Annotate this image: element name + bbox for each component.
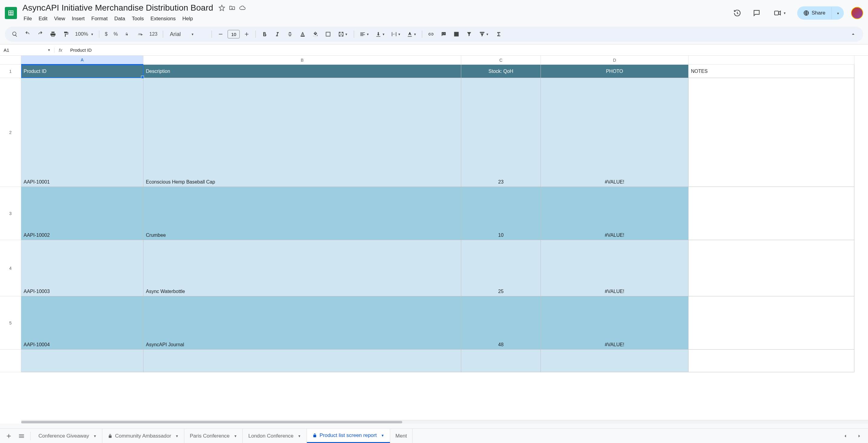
add-sheet-button[interactable] <box>2 430 15 442</box>
merge-cells-button[interactable]: ▼ <box>335 28 351 40</box>
sheet-tab-london-conference[interactable]: London Conference ▼ <box>243 429 307 443</box>
zoom-select[interactable]: 100% ▼ <box>73 28 96 40</box>
sheet-tab-paris-conference[interactable]: Paris Conference ▼ <box>184 429 243 443</box>
formula-input[interactable]: Product ID <box>67 47 868 53</box>
row-header-1[interactable]: 1 <box>0 65 21 78</box>
menu-data[interactable]: Data <box>112 14 128 24</box>
cell-e5[interactable] <box>688 296 855 349</box>
sheet-tab-community-ambassador[interactable]: Community Ambassador ▼ <box>102 429 184 443</box>
row-header-5[interactable]: 5 <box>0 296 21 349</box>
font-size-input[interactable] <box>227 30 240 38</box>
insert-link-button[interactable] <box>425 28 437 40</box>
format-currency-button[interactable]: $ <box>102 28 110 40</box>
cell-a6[interactable] <box>21 349 144 372</box>
sheet-tab-conference-giveaway[interactable]: Conference Giveaway ▼ <box>33 429 102 443</box>
scroll-tabs-left-button[interactable] <box>839 430 851 442</box>
cell-b5[interactable]: AsyncAPI Journal <box>144 296 461 349</box>
cell-d3[interactable]: #VALUE! <box>541 187 688 240</box>
column-header-d[interactable]: D <box>541 56 688 65</box>
cell-c1[interactable]: Stock: QoH <box>461 65 541 78</box>
filter-button[interactable] <box>463 28 475 40</box>
comments-icon[interactable] <box>751 7 763 19</box>
cell-c2[interactable]: 23 <box>461 78 541 187</box>
history-icon[interactable] <box>731 7 743 19</box>
cell-a3[interactable]: AAPI-10002 <box>21 187 144 240</box>
bold-button[interactable] <box>259 28 270 40</box>
print-button[interactable] <box>47 28 59 40</box>
search-menus-button[interactable] <box>9 28 21 40</box>
italic-button[interactable] <box>272 28 283 40</box>
cell-b6[interactable] <box>144 349 461 372</box>
text-color-button[interactable] <box>297 28 308 40</box>
functions-button[interactable] <box>493 28 504 40</box>
cell-b3[interactable]: Crumbee <box>144 187 461 240</box>
cell-b1[interactable]: Description <box>144 65 461 78</box>
menu-help[interactable]: Help <box>179 14 196 24</box>
sheets-logo[interactable] <box>5 7 17 19</box>
scroll-tabs-right-button[interactable] <box>853 430 866 442</box>
cell-c3[interactable]: 10 <box>461 187 541 240</box>
horizontal-align-button[interactable]: ▼ <box>357 28 372 40</box>
collapse-toolbar-button[interactable] <box>847 28 859 40</box>
row-header-2[interactable]: 2 <box>0 78 21 187</box>
menu-view[interactable]: View <box>51 14 68 24</box>
cell-e4[interactable] <box>688 240 855 296</box>
paint-format-button[interactable] <box>60 28 71 40</box>
undo-button[interactable] <box>22 28 33 40</box>
spreadsheet-grid[interactable]: A B C D 1 Product ID Description Stock: … <box>0 56 868 372</box>
name-box[interactable]: A1 ▼ <box>0 47 55 53</box>
text-wrap-button[interactable]: ▼ <box>389 28 403 40</box>
cloud-saved-icon[interactable] <box>239 4 246 11</box>
select-all-corner[interactable] <box>0 56 21 65</box>
cell-c4[interactable]: 25 <box>461 240 541 296</box>
cell-d5[interactable]: #VALUE! <box>541 296 688 349</box>
column-header-c[interactable]: C <box>461 56 541 65</box>
sheet-tab-product-list-screen-report[interactable]: Product list screen report ▼ <box>307 429 390 443</box>
format-percent-button[interactable]: % <box>111 28 120 40</box>
meet-button[interactable]: ▼ <box>770 7 790 19</box>
strikethrough-button[interactable] <box>284 28 296 40</box>
cell-b4[interactable]: Async Waterbottle <box>144 240 461 296</box>
account-avatar[interactable] <box>851 7 863 19</box>
star-icon[interactable] <box>218 4 225 11</box>
decrease-decimal-button[interactable]: .0 <box>122 28 133 40</box>
cell-d1[interactable]: PHOTO <box>541 65 688 78</box>
share-dropdown[interactable]: ▼ <box>831 7 844 19</box>
decrease-font-size-button[interactable] <box>215 28 226 40</box>
row-header-6[interactable] <box>0 349 21 372</box>
menu-format[interactable]: Format <box>88 14 111 24</box>
cell-c5[interactable]: 48 <box>461 296 541 349</box>
menu-tools[interactable]: Tools <box>129 14 147 24</box>
insert-comment-button[interactable] <box>438 28 450 40</box>
font-select[interactable]: Arial ▼ <box>166 28 209 40</box>
increase-font-size-button[interactable] <box>241 28 252 40</box>
menu-file[interactable]: File <box>21 14 35 24</box>
cell-d4[interactable]: #VALUE! <box>541 240 688 296</box>
cell-a1[interactable]: Product ID <box>21 65 144 78</box>
borders-button[interactable] <box>322 28 334 40</box>
horizontal-scrollbar[interactable] <box>21 420 868 424</box>
document-title[interactable]: AsyncAPI Initiative Merchandise Distribu… <box>21 2 215 13</box>
increase-decimal-button[interactable]: .00 <box>134 28 146 40</box>
cell-e3[interactable] <box>688 187 855 240</box>
text-rotation-button[interactable]: ▼ <box>404 28 419 40</box>
insert-chart-button[interactable] <box>451 28 462 40</box>
menu-extensions[interactable]: Extensions <box>147 14 179 24</box>
more-formats-button[interactable]: 123 <box>147 28 160 40</box>
cell-d2[interactable]: #VALUE! <box>541 78 688 187</box>
cell-b2[interactable]: Econscious Hemp Baseball Cap <box>144 78 461 187</box>
vertical-align-button[interactable]: ▼ <box>373 28 388 40</box>
all-sheets-button[interactable] <box>15 430 28 442</box>
column-header-a[interactable]: A <box>21 56 144 65</box>
menu-edit[interactable]: Edit <box>35 14 50 24</box>
cell-c6[interactable] <box>461 349 541 372</box>
share-button[interactable]: Share <box>797 6 831 20</box>
cell-e2[interactable] <box>688 78 855 187</box>
column-header-b[interactable]: B <box>144 56 461 65</box>
fill-color-button[interactable] <box>310 28 321 40</box>
cell-e1[interactable]: NOTES <box>688 65 855 78</box>
filter-views-button[interactable]: ▼ <box>476 28 492 40</box>
row-header-4[interactable]: 4 <box>0 240 21 296</box>
row-header-3[interactable]: 3 <box>0 187 21 240</box>
move-folder-icon[interactable] <box>229 4 236 11</box>
